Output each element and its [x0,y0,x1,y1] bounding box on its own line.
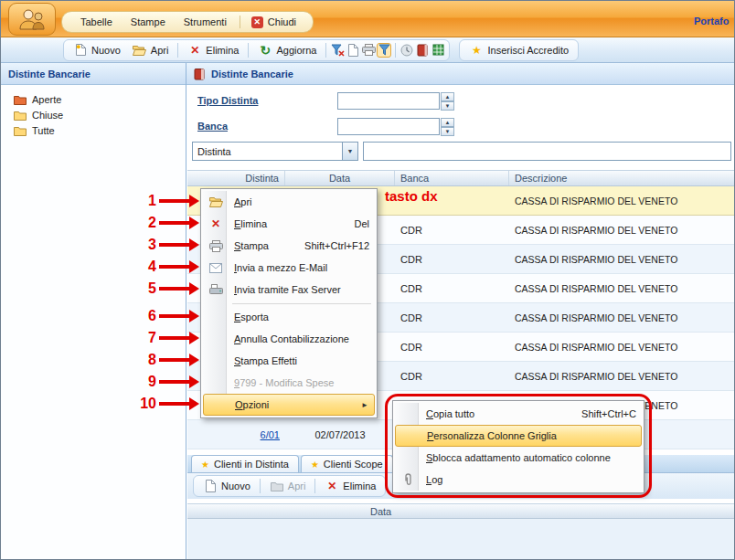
printer-icon [208,238,224,254]
arrow-head-icon [189,260,199,273]
options-submenu: Copia tutto Shift+Ctrl+C Personalizza Co… [392,400,644,493]
menu-item-annulla-contabilizzazione[interactable]: Annulla Contabilizzazione [203,328,375,350]
column-header-banca[interactable]: Banca [395,171,509,185]
tab-clienti-scope[interactable]: ★ Clienti Scope [301,455,393,472]
sidebar-item-tutte[interactable]: Tutte [14,125,186,136]
menu-item-stampa[interactable]: Stampa Shift+Ctrl+F12 [203,235,375,257]
new-button[interactable]: Nuovo [68,41,126,59]
print-icon[interactable] [361,43,376,58]
menu-item-stampa-effetti[interactable]: Stampa Effetti [203,350,375,372]
toolbar-group-main: Nuovo Apri ✕ Elimina ↻ Aggiorna [63,39,450,61]
spinner-up-icon[interactable]: ▲ [441,92,454,101]
red-book-icon[interactable] [415,43,430,58]
banca-spinner[interactable]: ▲ ▼ [441,118,454,135]
chevron-down-icon[interactable]: ▼ [342,143,357,160]
spinner-up-icon[interactable]: ▲ [441,118,454,127]
filter-icon[interactable] [377,43,391,58]
arrow-head-icon [189,332,199,344]
submenu-item-sblocca-adattamento[interactable]: Sblocca adattamento automatico colonne [395,447,642,469]
open-button[interactable]: Apri [127,41,175,59]
distinta-search-input[interactable] [363,142,731,161]
app-button[interactable] [8,3,56,36]
menu-tabelle[interactable]: Tabelle [71,16,122,27]
menu-item-opzioni[interactable]: Opzioni ► [203,394,375,416]
red-book-icon [194,68,206,80]
annotation-number: 1 [134,193,156,209]
close-button[interactable]: ✕ Chiudi [244,16,304,28]
bottom-delete-button[interactable]: ✕ Elimina [319,477,381,495]
annotation-number: 10 [134,396,156,412]
portafoglio-link[interactable]: Portafo [694,16,732,26]
submenu-item-personalizza-colonne[interactable]: Personalizza Colonne Griglia [395,425,642,447]
cell-distinta-link[interactable]: 6/01 [187,420,285,449]
green-table-icon[interactable] [431,43,445,58]
annotation-number: 2 [134,215,156,231]
menu-item-label: Copia tutto [426,408,474,419]
menu-stampe[interactable]: Stampe [122,16,175,27]
tipo-distinta-spinner[interactable]: ▲ ▼ [441,92,454,110]
refresh-icon: ↻ [258,43,272,58]
menu-strumenti[interactable]: Strumenti [175,16,236,27]
tipo-distinta-label[interactable]: Tipo Distinta [197,95,258,106]
cell-banca: CDR [395,303,509,332]
spinner-down-icon[interactable]: ▼ [441,101,454,111]
bottom-new-button[interactable]: Nuovo [197,477,256,495]
menu-item-esporta[interactable]: Esporta [203,306,375,328]
refresh-button[interactable]: ↻ Aggiorna [252,41,322,59]
annotation-number: 7 [134,330,156,346]
tab-label: Clienti in Distinta [214,459,289,470]
submenu-item-copia-tutto[interactable]: Copia tutto Shift+Ctrl+C [395,403,642,425]
application-window: Tabelle Stampe Strumenti ✕ Chiudi Portaf… [0,0,735,560]
column-header-distinta[interactable]: Distinta [187,171,285,185]
menu-item-label: Stampa [234,240,269,251]
folder-yellow-icon [14,111,27,121]
open-folder-icon [133,43,147,58]
menu-separator [232,303,371,304]
submenu-item-log[interactable]: Log [395,469,642,491]
arrow-shaft [159,402,189,406]
document-icon[interactable] [346,43,360,58]
menu-shortcut: Shift+Ctrl+C [569,408,636,419]
insert-credit-button[interactable]: ★ Inserisci Accredito [463,41,574,59]
menu-item-label: Apri [234,196,252,207]
sidebar-item-aperte[interactable]: Aperte [14,94,186,105]
toolbar-separator [395,43,396,58]
cell-descrizione: CASSA DI RISPARMIO DEL VENETO [509,303,735,332]
menu-item-label: Annulla Contabilizzazione [234,333,349,344]
bottom-column-header-data[interactable]: Data [370,506,391,517]
arrow-shaft [159,221,189,225]
spinner-down-icon[interactable]: ▼ [441,127,454,136]
menu-item-invia-fax[interactable]: Invia tramite Fax Server [203,279,375,301]
tipo-distinta-input[interactable] [337,92,440,110]
clear-filter-icon[interactable] [330,43,345,58]
menu-item-apri[interactable]: Apri [203,191,375,213]
sidebar-item-chiuse[interactable]: Chiuse [14,110,186,121]
folder-red-icon [14,95,27,105]
sidebar-list: Aperte Chiuse Tutte [1,85,186,136]
bottom-grid-body[interactable] [187,519,735,559]
annotation-arrow-5: 5 [134,280,199,298]
bottom-open-button[interactable]: Apri [264,477,312,495]
menu-item-elimina[interactable]: ✕ Elimina Del [203,213,375,235]
menu-item-label: Invia a mezzo E-Mail [234,262,327,273]
annotation-arrow-6: 6 [134,307,199,325]
column-header-data[interactable]: Data [285,171,395,185]
annotation-arrow-4: 4 [134,258,199,276]
sidebar-item-label: Aperte [32,94,61,105]
column-header-descrizione[interactable]: Descrizione [509,171,735,185]
delete-icon: ✕ [208,216,224,232]
menu-item-label: Opzioni [235,399,269,410]
distinta-combobox[interactable]: Distinta ▼ [192,142,358,161]
sidebar-title: Distinte Bancarie [8,69,91,79]
arrow-shaft [159,265,189,269]
sidebar-item-label: Chiuse [32,110,63,121]
tab-clienti-in-distinta[interactable]: ★ Clienti in Distinta [191,455,299,472]
annotation-number: 8 [134,352,156,368]
star-icon: ★ [469,43,484,58]
clock-icon[interactable] [399,43,414,58]
delete-button[interactable]: ✕ Elimina [182,41,244,59]
menu-item-invia-email[interactable]: Invia a mezzo E-Mail [203,257,375,279]
banca-input[interactable] [337,118,440,135]
arrow-shaft [159,243,189,247]
banca-label[interactable]: Banca [197,121,228,132]
